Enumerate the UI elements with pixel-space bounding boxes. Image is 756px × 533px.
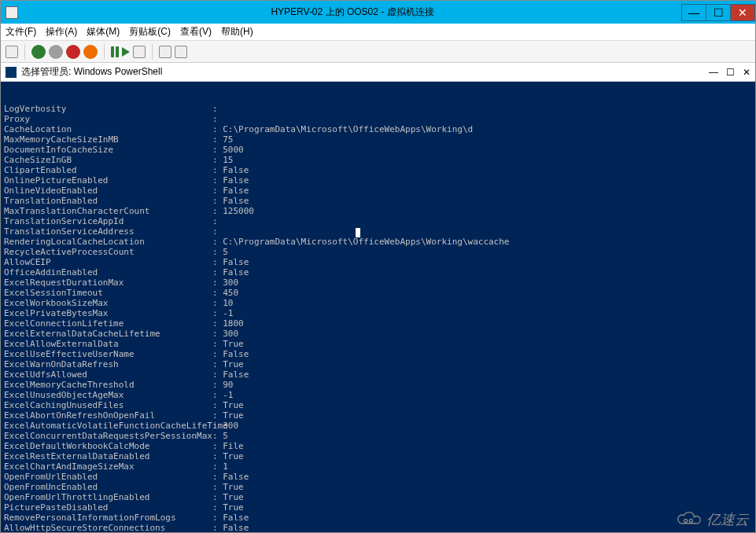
property-name: ExcelWorkbookSizeMax (4, 298, 212, 308)
property-value: 300 (223, 278, 238, 288)
property-value: 450 (223, 288, 238, 298)
property-separator: : (212, 359, 223, 369)
property-value: True (223, 359, 244, 369)
revert-button[interactable] (159, 46, 171, 58)
property-separator: : (212, 257, 223, 267)
property-value: True (223, 400, 244, 410)
property-value: False (223, 513, 249, 523)
property-value: 10 (223, 298, 233, 308)
property-separator: : (212, 124, 223, 134)
turnoff-button[interactable] (49, 45, 63, 59)
property-separator: : (212, 134, 223, 145)
menu-media[interactable]: 媒体(M) (87, 25, 120, 39)
property-separator: : (212, 461, 223, 472)
output-row: ClipartEnabled: False (4, 165, 752, 175)
property-value: 5 (223, 247, 228, 257)
shutdown-button[interactable] (66, 45, 80, 59)
console-minimize-button[interactable]: — (709, 67, 718, 78)
property-value: False (223, 175, 249, 186)
property-separator: : (212, 278, 223, 288)
property-value: False (223, 165, 249, 175)
output-row: CacheLocation: C:\ProgramData\Microsoft\… (4, 124, 752, 134)
property-name: RenderingLocalCacheLocation (4, 237, 212, 247)
close-button[interactable]: ✕ (730, 4, 755, 21)
property-value: 5000 (223, 145, 244, 155)
property-separator: : (212, 145, 223, 155)
property-name: ExcelAbortOnRefreshOnOpenFail (4, 410, 212, 421)
menu-action[interactable]: 操作(A) (46, 25, 77, 39)
svg-point-1 (689, 519, 692, 522)
property-value: True (223, 482, 244, 492)
menu-view[interactable]: 查看(V) (180, 25, 212, 39)
watermark-cloud-icon (675, 511, 702, 528)
menu-file[interactable]: 文件(F) (6, 25, 36, 39)
save-button[interactable] (83, 45, 98, 59)
reset-button[interactable] (122, 47, 130, 57)
property-value: -1 (223, 390, 233, 400)
property-separator: : (212, 482, 223, 492)
share-button[interactable] (175, 46, 187, 58)
property-name: ExcelUseEffectiveUserName (4, 349, 212, 359)
output-row: AllowHttpSecureStoreConnections: False (4, 523, 752, 532)
output-row: ExcelPrivateBytesMax: -1 (4, 308, 752, 318)
property-separator: : (212, 513, 223, 523)
property-name: ExcelUnusedObjectAgeMax (4, 390, 212, 400)
property-separator: : (212, 288, 223, 298)
property-name: ExcelDefaultWorkbookCalcMode (4, 441, 212, 451)
minimize-button[interactable]: — (681, 4, 706, 21)
property-value: 75 (223, 134, 233, 145)
output-row: ExcelAutomaticVolatileFunctionCacheLifeT… (4, 421, 752, 431)
property-name: ExcelAllowExternalData (4, 339, 212, 349)
start-button[interactable] (31, 45, 46, 59)
app-icon (6, 6, 18, 19)
property-name: LogVerbosity (4, 104, 212, 114)
console-maximize-button[interactable]: ☐ (726, 67, 735, 78)
toolbar (1, 41, 755, 63)
property-separator: : (212, 472, 223, 482)
output-row: OpenFromUncEnabled: True (4, 482, 752, 492)
property-name: ExcelChartAndImageSizeMax (4, 461, 212, 472)
window-titlebar: HYPERV-02 上的 OOS02 - 虚拟机连接 — ☐ ✕ (1, 1, 755, 24)
property-value: False (223, 349, 249, 359)
property-value: 5 (223, 431, 228, 441)
output-row: PicturePasteDisabled: True (4, 502, 752, 513)
output-row: TranslationServiceAppId: (4, 216, 752, 226)
menu-clipboard[interactable]: 剪贴板(C) (129, 25, 171, 39)
output-row: MaxMemoryCacheSizeInMB: 75 (4, 134, 752, 145)
property-name: CacheLocation (4, 124, 212, 134)
property-separator: : (212, 206, 223, 216)
property-name: OpenFromUncEnabled (4, 482, 212, 492)
property-separator: : (212, 308, 223, 318)
property-value: False (223, 257, 249, 267)
output-row: ExcelMemoryCacheThreshold: 90 (4, 380, 752, 390)
output-row: ExcelDefaultWorkbookCalcMode: File (4, 441, 752, 451)
property-name: ExcelRestExternalDataEnabled (4, 451, 212, 461)
output-row: ExcelSessionTimeout: 450 (4, 288, 752, 298)
property-name: ExcelSessionTimeout (4, 288, 212, 298)
property-separator: : (212, 196, 223, 206)
powershell-console[interactable]: LogVerbosity: Proxy: CacheLocation: C:\P… (1, 82, 755, 532)
property-separator: : (212, 400, 223, 410)
window-controls: — ☐ ✕ (682, 4, 755, 21)
property-name: DocumentInfoCacheSize (4, 145, 212, 155)
menu-help[interactable]: 帮助(H) (221, 25, 253, 39)
property-name: OnlineVideoEnabled (4, 186, 212, 196)
property-separator: : (212, 186, 223, 196)
output-row: RemovePersonalInformationFromLogs: False (4, 513, 752, 523)
maximize-button[interactable]: ☐ (706, 4, 731, 21)
property-value: 90 (223, 380, 233, 390)
checkpoint-button[interactable] (133, 46, 146, 58)
property-name: ExcelPrivateBytesMax (4, 308, 212, 318)
property-value: True (223, 451, 244, 461)
property-name: RecycleActiveProcessCount (4, 247, 212, 257)
property-name: RemovePersonalInformationFromLogs (4, 513, 212, 523)
property-name: TranslationServiceAddress (4, 226, 212, 237)
property-name: AllowHttpSecureStoreConnections (4, 523, 212, 532)
property-value: True (223, 492, 244, 502)
property-separator: : (212, 410, 223, 421)
pause-button[interactable] (111, 46, 119, 57)
property-separator: : (212, 339, 223, 349)
console-close-button[interactable]: ✕ (743, 67, 750, 78)
ctrl-alt-del-button[interactable] (6, 46, 18, 58)
output-row: ExcelRequestDurationMax: 300 (4, 278, 752, 288)
